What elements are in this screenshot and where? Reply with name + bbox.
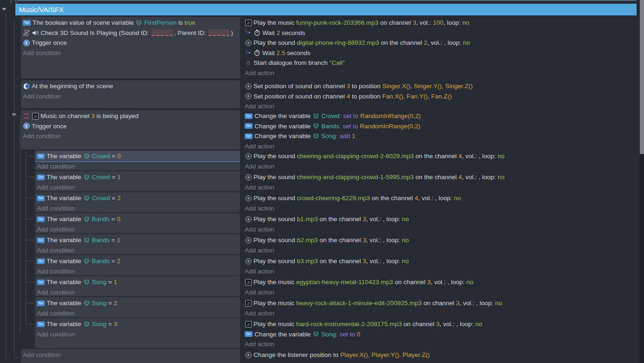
conditions-card: VarThe variable Crowd = 1Add condition [35,171,240,191]
action-line[interactable]: Play the sound cheering-and-clapping-cro… [245,172,640,182]
condition-line[interactable]: VarThe variable Song = 2 [37,298,238,308]
sound-target-icon [245,258,252,265]
var-badge-icon: Var [37,321,45,328]
conditions-card: VarThe variable Song = 1Add condition [35,276,240,296]
action-line[interactable]: Play the sound digital-phone-ring-88932.… [245,38,640,48]
add-action-button[interactable]: Add action [245,266,640,276]
add-condition-button[interactable]: Add condition [37,245,238,255]
add-condition-button[interactable]: Add condition [37,266,238,276]
rule-row: VarThe variable Song = 3Add condition♫Pl… [0,318,640,348]
add-action-button[interactable]: Add action [245,141,640,150]
add-condition-button[interactable]: Add condition [37,182,238,192]
condition-line[interactable]: VarThe variable Song = 3 [37,319,238,329]
scrollbar-thumb[interactable] [640,0,644,154]
add-condition-button[interactable]: Add condition [37,203,238,213]
action-line[interactable]: Play the sound b1.mp3 on the channel 3, … [245,214,640,224]
condition-line[interactable]: VarThe variable Bands = 2 [37,256,238,266]
music-file-icon: ♫ [245,19,252,26]
add-action-button[interactable]: Add action [245,339,640,348]
action-line[interactable]: VarChange the variable Bands: set to Ran… [245,121,640,132]
rule-row: VarThe boolean value of scene variable F… [0,17,640,78]
condition-line[interactable]: VarThe variable Crowd = 0 [35,151,240,161]
rule-row: VarThe variable Song = 1Add condition♫Pl… [0,276,640,296]
condition-line[interactable]: 1Trigger once [23,38,238,48]
collapse-chevron-icon[interactable] [2,8,7,11]
id-field[interactable] [151,29,173,36]
action-line[interactable]: Set position of sound on channel 4 to po… [245,91,640,102]
add-condition-button[interactable]: Add condition [37,161,238,171]
condition-line[interactable]: VarThe variable Crowd = 2 [37,193,238,203]
add-condition-button[interactable]: Add condition [23,91,238,102]
variable-ref-icon [83,216,90,223]
condition-line[interactable]: At the beginning of the scene [23,81,238,91]
action-line[interactable]: ♫Play the music egyptian-heavy-metal-110… [245,277,640,287]
condition-line[interactable]: VarThe variable Bands = 1 [37,235,238,245]
add-action-button[interactable]: Add action [245,245,640,255]
action-line[interactable]: Play the sound b3.mp3 on the channel 3, … [245,256,640,266]
action-line[interactable]: Start dialogue from branch "Call" [245,58,640,68]
condition-line[interactable]: VarThe variable Bands = 0 [37,214,238,224]
action-line[interactable]: Set position of sound on channel 3 to po… [245,81,640,91]
action-line[interactable]: VarChange the variable Song: set to 0 [245,329,640,340]
condition-line[interactable]: 3DCheck 3D Sound Is Playing (Sound ID: ,… [23,28,238,38]
rule-row: VarThe variable Crowd = 0Add conditionPl… [0,150,640,170]
add-action-button[interactable]: Add action [245,287,640,297]
action-line[interactable]: ♫Play the music hard-rock-instrumental-2… [245,319,640,329]
action-line[interactable]: ♫Play the music funny-punk-rock-203366.m… [245,18,640,28]
action-line[interactable]: Play the sound cheering-and-clapping-cro… [245,151,640,161]
section-header[interactable]: Music/VA/SFX [15,4,637,15]
condition-line[interactable]: 1Trigger once [23,121,238,132]
add-action-button[interactable]: Add action [245,224,640,234]
action-line[interactable]: ♫Play the music heavy-rock-attack-1-minu… [245,298,640,308]
sound-target-icon [245,351,252,358]
add-condition-button[interactable]: Add condition [37,329,238,340]
add-action-button[interactable]: Add action [245,203,640,213]
var-badge-icon: Var [37,279,45,286]
var-badge-icon: Var [245,112,253,119]
wait-path-icon [245,49,252,56]
conditions-card: VarThe boolean value of scene variable F… [21,17,240,78]
add-action-button[interactable]: Add action [245,161,640,171]
action-line[interactable]: Play the sound b2.mp3 on the channel 3, … [245,235,640,245]
add-condition-button[interactable]: Add condition [23,48,238,58]
sound-target-icon [245,237,252,244]
add-action-button[interactable]: Add action [245,308,640,318]
action-line[interactable]: VarChange the variable Song: add 1 [245,131,640,141]
rule-row: VarThe variable Song = 2Add condition♫Pl… [0,297,640,317]
tree-line [26,177,34,177]
variable-ref-icon [313,112,320,119]
var-badge-icon: Var [37,174,45,181]
rule-row: VarThe variable Bands = 1Add conditionPl… [0,234,640,254]
id-field[interactable] [208,29,230,36]
add-action-button[interactable]: Add action [245,68,640,78]
condition-line[interactable]: VarThe boolean value of scene variable F… [23,18,238,28]
action-line[interactable]: VarChange the variable Crowd: set to Ran… [245,111,640,121]
tree-line [26,303,34,303]
actions-area: VarChange the variable Crowd: set to Ran… [245,110,640,149]
condition-line[interactable]: VarThe variable Crowd = 1 [37,172,238,182]
tree-line [26,240,34,240]
action-line[interactable]: Play the sound crowd-cheering-6229.mp3 o… [245,193,640,203]
add-condition-button[interactable]: Add condition [23,131,238,141]
actions-area: Change the listener position to Player.X… [245,349,640,363]
add-action-button[interactable]: Add action [245,101,640,108]
add-action-button[interactable]: Add action [245,360,640,363]
add-condition-button[interactable]: Add condition [37,224,238,234]
var-badge-icon: Var [37,216,45,223]
condition-line[interactable]: ♫Music on channel 3 is being played [23,111,238,121]
rule-row: At the beginning of the sceneAdd conditi… [0,80,640,108]
add-condition-button[interactable]: Add condition [23,350,238,360]
action-line[interactable]: Wait 2.5 seconds [245,48,640,58]
add-condition-button[interactable]: Add condition [37,308,238,318]
conditions-card: At the beginning of the sceneAdd conditi… [21,80,240,108]
conditions-card: ♫Music on channel 3 is being played1Trig… [21,110,240,149]
add-action-button[interactable]: Add action [245,182,640,192]
action-line[interactable]: Wait 2 seconds [245,28,640,38]
previous-section-edge [14,0,637,1]
rule-row: VarThe variable Bands = 0Add conditionPl… [0,213,640,233]
action-line[interactable]: Change the listener position to Player.X… [245,350,640,360]
var-badge-icon: Var [37,237,45,244]
variable-ref-icon [136,19,143,26]
add-condition-button[interactable]: Add condition [37,287,238,297]
condition-line[interactable]: VarThe variable Song = 1 [37,277,238,287]
